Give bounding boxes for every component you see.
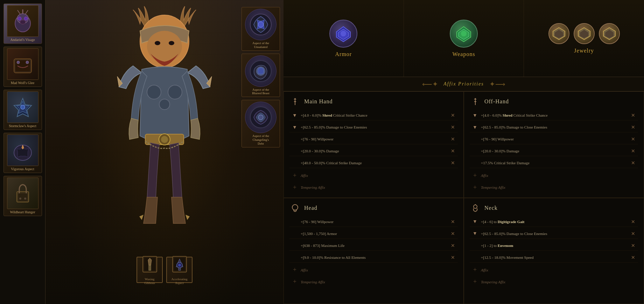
svg-point-55 (292, 205, 298, 210)
neck-add-tempering[interactable]: + Tempering Affix (470, 277, 638, 286)
accelerating-aspect-icon (171, 255, 188, 276)
neck-affix-3-remove[interactable]: ✕ (630, 243, 636, 248)
main-hand-add-affix[interactable]: + Affix (289, 171, 458, 180)
svg-point-11 (26, 61, 29, 64)
svg-point-23 (168, 85, 182, 99)
neck-movespeed-icon (472, 254, 478, 261)
head-affix-2: +[1,500 - 1,750] Armor ✕ (289, 229, 458, 239)
main-hand-affix-3-remove[interactable]: ✕ (450, 137, 456, 142)
off-hand-add-affix[interactable]: + Affix (470, 171, 638, 180)
head-armor-icon (292, 230, 298, 237)
svg-rect-15 (18, 193, 27, 201)
head-affix-2-remove[interactable]: ✕ (450, 231, 456, 236)
sidebar-item-wildheart[interactable]: Wildheart Hunger (4, 176, 42, 216)
scroll-deco-right: ✦⟶ (489, 80, 505, 88)
jewelry-tab-label: Jewelry (574, 48, 594, 54)
damage-close-icon: ▼ (292, 124, 298, 131)
aspect-slot-blurred-beast[interactable]: Aspect of theBlurred Beast (241, 54, 280, 97)
sidebar-item-stormclaw[interactable]: Stormclaw's Aspect (4, 90, 42, 130)
svg-point-17 (24, 198, 26, 200)
svg-point-3 (24, 17, 28, 20)
off-crit-damage-icon (472, 160, 478, 166)
svg-point-12 (21, 105, 25, 109)
main-hand-affix-2: ▼ +[62.5 - 85.0]% Damage to Close Enemie… (289, 123, 458, 132)
aspect-slot-unsatiated[interactable]: Aspect of theUnsatiated (241, 7, 280, 51)
off-hand-affix-1-remove[interactable]: ✕ (630, 113, 636, 118)
svg-rect-36 (149, 265, 151, 270)
andariel-visage-icon (7, 5, 38, 37)
head-add-tempering[interactable]: + Tempering Affix (289, 277, 458, 286)
sidebar-item-mad-wolf[interactable]: Mad Wolf's Glee (4, 47, 42, 87)
head-add-affix-label: Affix (301, 268, 308, 272)
neck-digitigrade-icon: ▼ (472, 219, 478, 225)
off-hand-affix-5-text: +17.5% Critical Strike Damage (481, 160, 628, 165)
sidebar-item-vigorous[interactable]: Vigorous Aspect (4, 133, 42, 173)
neck-damage-icon: ▼ (472, 230, 478, 237)
weapon-slot-accelerating[interactable]: AcceleratingAspect (166, 257, 192, 283)
neck-title: Neck (484, 205, 498, 211)
armor-tab[interactable]: Armor (284, 0, 404, 77)
main-hand-affix-3-text: +[76 - 90] Willpower (301, 137, 447, 141)
character-view: Aspect of theUnsatiated Aspect of theBlu… (46, 0, 284, 304)
svg-point-19 (147, 31, 182, 62)
svg-point-16 (19, 198, 21, 200)
main-hand-affix-2-remove[interactable]: ✕ (450, 125, 456, 130)
off-hand-affix-3-remove[interactable]: ✕ (630, 137, 636, 142)
neck-affix-1-remove[interactable]: ✕ (630, 219, 636, 224)
main-hand-add-tempering[interactable]: + Tempering Affix (289, 183, 458, 192)
head-icon (289, 202, 301, 214)
off-hand-affix-4-remove[interactable]: ✕ (630, 148, 636, 154)
mad-wolf-glee-label: Mad Wolf's Glee (11, 81, 34, 85)
svg-point-10 (17, 61, 20, 64)
svg-point-4 (20, 20, 26, 24)
weapons-tab[interactable]: Weapons (404, 0, 524, 77)
main-hand-header: Main Hand (289, 96, 458, 107)
weapon-slot-waxing[interactable]: WaxingGibbous (136, 257, 163, 283)
svg-point-40 (178, 264, 181, 267)
head-affix-3-remove[interactable]: ✕ (450, 243, 456, 248)
neck-add-tempering-icon: + (472, 279, 478, 285)
head-add-tempering-label: Tempering Affix (301, 280, 325, 284)
sidebar-item-andariel[interactable]: Andariel's Visage (4, 4, 42, 44)
jewelry-tab[interactable]: Jewelry (524, 0, 644, 77)
neck-affix-2: ▼ +[62.5 - 85.0]% Damage to Close Enemie… (470, 229, 638, 239)
add-affix-icon: + (292, 172, 298, 179)
neck-affix-3-text: +[1 - 2] to Envenom (481, 243, 628, 248)
weapons-tab-label: Weapons (452, 51, 475, 57)
main-hand-affix-1-remove[interactable]: ✕ (450, 113, 456, 118)
head-affix-4-remove[interactable]: ✕ (450, 255, 456, 260)
svg-point-43 (341, 31, 346, 36)
svg-point-24 (159, 99, 170, 110)
svg-point-2 (18, 17, 21, 20)
neck-affix-4-remove[interactable]: ✕ (630, 255, 636, 260)
off-hand-affix-5: +17.5% Critical Strike Damage ✕ (470, 158, 638, 168)
wildheart-hunger-label: Wildheart Hunger (10, 210, 35, 214)
off-hand-affix-5-remove[interactable]: ✕ (630, 160, 636, 166)
neck-add-affix[interactable]: + Affix (470, 265, 638, 275)
main-hand-affix-5-remove[interactable]: ✕ (450, 160, 456, 166)
svg-point-29 (258, 22, 264, 27)
neck-affix-3: +[1 - 2] to Envenom ✕ (470, 241, 638, 251)
weapons-gem-icon (450, 20, 478, 48)
off-hand-add-tempering[interactable]: + Tempering Affix (470, 183, 638, 192)
off-hand-section: Off-Hand ▼ +[4.0 - 6.0]% Shred Critical … (464, 91, 644, 198)
main-hand-title: Main Hand (304, 98, 332, 105)
aspect-unsatiated-icon (245, 9, 276, 40)
head-affix-1-remove[interactable]: ✕ (450, 219, 456, 224)
head-add-affix[interactable]: + Affix (289, 265, 458, 275)
neck-affix-2-remove[interactable]: ✕ (630, 231, 636, 236)
affix-grid: Main Hand ▼ +[4.0 - 6.0]% Shred Critical… (284, 91, 644, 304)
aspect-slot-changeling[interactable]: Aspect of theChangeling'sDebt (241, 100, 280, 147)
neck-add-affix-label: Affix (481, 268, 488, 272)
neck-section: Neck ▼ +[4 - 6] to Digitigrade Gait ✕ ▼ … (464, 198, 644, 304)
off-hand-affix-2-remove[interactable]: ✕ (630, 125, 636, 130)
main-hand-affix-4-remove[interactable]: ✕ (450, 148, 456, 154)
scroll-deco-left: ⟵✦ (422, 80, 438, 88)
off-hand-title: Off-Hand (484, 98, 509, 105)
svg-point-56 (474, 205, 477, 208)
armor-gem-icon (329, 20, 357, 48)
off-hand-affix-2: ▼ +[62.5 - 85.0]% Damage to Close Enemie… (470, 123, 638, 132)
neck-affix-1: ▼ +[4 - 6] to Digitigrade Gait ✕ (470, 217, 638, 227)
off-add-tempering-icon: + (472, 184, 478, 191)
stormclaw-icon (7, 91, 38, 123)
